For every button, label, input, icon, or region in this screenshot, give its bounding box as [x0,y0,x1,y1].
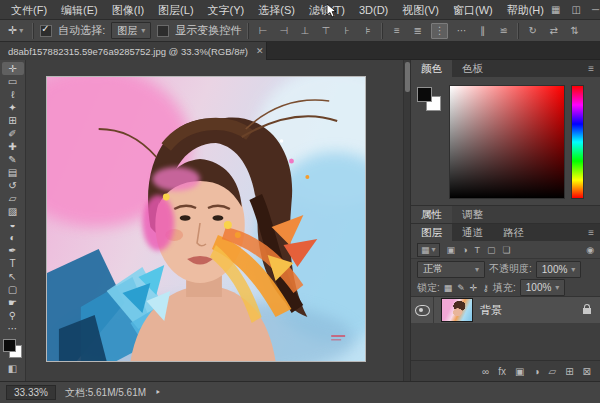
history-brush-tool[interactable]: ↺ [2,179,24,192]
tab-color[interactable]: 颜色 [411,60,452,77]
pen-tool[interactable]: ✒ [2,244,24,257]
status-arrow-icon[interactable]: ‣ [155,387,161,398]
align-icon[interactable]: ⊦ [339,23,354,39]
distribute-icon[interactable]: ∥ [475,23,490,39]
tab-channels[interactable]: 通道 [452,224,493,241]
minimize-button[interactable]: ─ [592,4,599,15]
filter-shape-icon[interactable]: ▢ [487,245,496,255]
distribute-icon[interactable]: ≌ [496,23,511,39]
quick-mask-icon[interactable]: ◧ [8,363,17,374]
opacity-dropdown[interactable]: 100% ▾ [536,261,582,278]
foreground-color-swatch[interactable] [417,87,432,102]
lock-transparent-icon[interactable]: ▦ [444,283,453,293]
menu-item-file[interactable]: 文件(F) [4,0,54,20]
adjustment-layer-icon[interactable]: ◑ [533,366,539,377]
menu-item-view[interactable]: 视图(V) [395,0,446,20]
layer-row-background[interactable]: 背景 [411,297,600,323]
zoom-level-field[interactable]: 33.33% [6,385,56,400]
auto-select-checkbox[interactable] [40,25,52,37]
eyedropper-tool[interactable]: ✐ [2,127,24,140]
mode-icon[interactable]: ⇄ [546,23,561,39]
path-selection-tool[interactable]: ↖ [2,270,24,283]
hue-slider[interactable] [571,85,584,199]
tab-paths[interactable]: 路径 [493,224,534,241]
panel-menu-icon[interactable]: ≡ [588,224,600,241]
saturation-brightness-field[interactable] [449,85,565,199]
crop-tool[interactable]: ⊞ [2,114,24,127]
menu-item-filter[interactable]: 滤镜(T) [302,0,352,20]
tab-layers[interactable]: 图层 [411,224,452,241]
distribute-icon[interactable]: ≣ [410,23,425,39]
more-tools-button[interactable]: ⋯ [2,322,24,335]
filter-adjustment-icon[interactable]: ◑ [462,245,467,255]
filter-toggle-icon[interactable]: ◉ [586,245,594,255]
clone-stamp-tool[interactable]: ▤ [2,166,24,179]
filter-pixel-icon[interactable]: ▣ [447,245,456,255]
menu-item-help[interactable]: 帮助(H) [500,0,551,20]
menu-item-type[interactable]: 文字(Y) [201,0,252,20]
eraser-tool[interactable]: ▱ [2,192,24,205]
new-group-icon[interactable]: ▱ [549,366,557,377]
panel-menu-icon[interactable]: ≡ [588,60,600,77]
layer-thumbnail[interactable] [441,298,473,322]
brush-tool[interactable]: ✎ [2,153,24,166]
show-transform-checkbox[interactable] [157,25,169,37]
dodge-tool[interactable]: ◐ [2,231,24,244]
auto-select-target-dropdown[interactable]: 图层 ▾ [111,22,151,39]
align-icon[interactable]: ⊢ [255,23,270,39]
document-image[interactable] [46,76,366,362]
distribute-icon[interactable]: ⋯ [454,23,469,39]
healing-brush-tool[interactable]: ✚ [2,140,24,153]
link-layers-icon[interactable]: ∞ [482,366,489,377]
delete-layer-icon[interactable]: ⊠ [583,366,591,377]
menu-item-window[interactable]: 窗口(W) [446,0,500,20]
tab-close-icon[interactable]: ✕ [256,46,264,56]
fill-dropdown[interactable]: 100% ▾ [520,279,566,296]
mode-icon[interactable]: ↻ [525,23,540,39]
filter-kind-dropdown[interactable]: ▦ ▾ [417,243,440,257]
canvas-area[interactable] [26,60,403,381]
layer-style-icon[interactable]: fx [498,366,506,377]
lasso-tool[interactable]: ℓ [2,88,24,101]
visibility-toggle[interactable] [411,297,434,323]
document-tab[interactable]: d8abf157882315.59e76a9285752.jpg @ 33.3%… [0,42,267,60]
tab-adjustments[interactable]: 调整 [452,206,493,223]
menu-item-edit[interactable]: 编辑(E) [54,0,105,20]
blend-mode-dropdown[interactable]: 正常 ▾ [417,261,485,278]
tool-preset-button[interactable]: ✛ ▾ [5,24,26,37]
blur-tool[interactable]: ◒ [2,218,24,231]
new-layer-icon[interactable]: ⊞ [565,366,573,377]
tab-properties[interactable]: 属性 [411,206,452,223]
filter-type-icon[interactable]: T [474,245,480,255]
shape-tool[interactable]: ▢ [2,283,24,296]
align-icon[interactable]: ⊥ [297,23,312,39]
add-mask-icon[interactable]: ▣ [515,366,524,377]
gradient-tool[interactable]: ▨ [2,205,24,218]
type-tool[interactable]: T [2,257,24,270]
hand-tool[interactable]: ☛ [2,296,24,309]
menu-item-image[interactable]: 图像(I) [105,0,151,20]
rectangular-marquee-tool[interactable]: ▭ [2,75,24,88]
menu-item-3d[interactable]: 3D(D) [352,0,395,20]
align-icon[interactable]: ⊧ [360,23,375,39]
distribute-icon[interactable]: ⋮ [431,23,448,39]
align-icon[interactable]: ⊤ [318,23,333,39]
lock-pixels-icon[interactable]: ✎ [457,283,465,293]
mode-icon[interactable]: ⇅ [567,23,582,39]
align-icon[interactable]: ⊣ [276,23,291,39]
magic-wand-tool[interactable]: ✦ [2,101,24,114]
distribute-icon[interactable]: ≡ [389,23,404,39]
lock-all-icon[interactable]: ⚷ [482,283,489,293]
zoom-tool[interactable]: ⚲ [2,309,24,322]
lock-position-icon[interactable]: ✛ [470,283,478,293]
workspace-icon[interactable]: ▦ [551,4,560,15]
menu-item-layer[interactable]: 图层(L) [151,0,200,20]
menu-item-select[interactable]: 选择(S) [251,0,302,20]
foreground-color-swatch[interactable] [3,339,16,352]
foreground-background-swatches[interactable] [3,339,22,358]
move-tool[interactable]: ✛ [2,62,24,75]
color-panel-swatches[interactable] [417,87,441,111]
layout-icon[interactable]: ◫ [571,4,580,15]
tab-swatches[interactable]: 色板 [452,60,493,77]
filter-smart-icon[interactable]: ❏ [503,245,511,255]
